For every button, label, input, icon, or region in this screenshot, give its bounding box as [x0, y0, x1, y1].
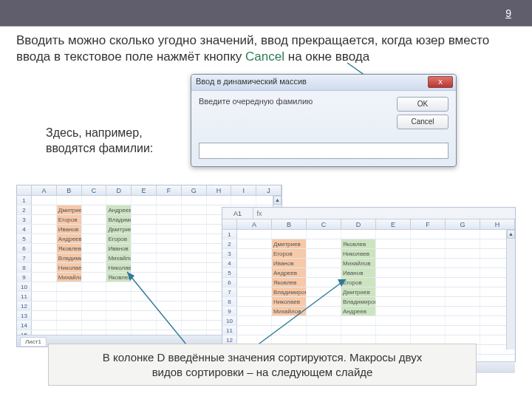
formula-bar: A1 fx	[222, 208, 515, 219]
main-text-part2: на окне ввода	[284, 50, 369, 64]
col-header[interactable]: B	[272, 219, 307, 229]
col-header[interactable]: F	[411, 219, 446, 229]
col-header[interactable]: I	[231, 185, 256, 195]
dialog-titlebar: Ввод в динамический массив X	[191, 75, 456, 91]
formula-value[interactable]	[265, 208, 515, 219]
col-header[interactable]: H	[207, 185, 232, 195]
sub-text-line1: Здесь, например,	[46, 126, 143, 139]
spreadsheet-right: A1 fx A B C D E F G H 12ДмитриевЯковлев3…	[222, 207, 516, 362]
cancel-button[interactable]: Cancel	[397, 115, 449, 129]
dialog-prompt: Введите очередную фамилию	[199, 97, 391, 129]
scroll-up-icon[interactable]: ▲	[507, 230, 515, 239]
col-header[interactable]: G	[182, 185, 207, 195]
sheet-body[interactable]: 12ДмитриевЯковлев3ЕгоровНиколаев4ИвановМ…	[222, 230, 515, 361]
col-header[interactable]: J	[256, 185, 282, 195]
page-number: 9	[505, 7, 511, 19]
sub-text: Здесь, например, вводятся фамилии:	[46, 126, 153, 157]
dialog-input[interactable]	[199, 143, 449, 159]
dialog-title-text: Ввод в динамический массив	[196, 77, 307, 86]
dialog-close-button[interactable]: X	[428, 76, 453, 88]
dialog-body: Введите очередную фамилию OK Cancel	[191, 91, 456, 166]
input-dialog: Ввод в динамический массив X Введите оче…	[191, 74, 457, 167]
bottom-caption: В колонке D введённые значения сортируют…	[48, 344, 477, 386]
col-header[interactable]: E	[376, 219, 411, 229]
fx-icon[interactable]: fx	[253, 208, 265, 219]
scroll-up-icon[interactable]: ▲	[273, 196, 282, 205]
bottom-line2: видов сортировки – на следующем слайде	[152, 366, 373, 378]
sheet-tab[interactable]: Лист1	[20, 337, 47, 346]
col-header[interactable]: E	[132, 185, 157, 195]
col-header[interactable]: F	[157, 185, 182, 195]
column-headers: A B C D E F G H I J	[17, 185, 282, 196]
name-box[interactable]: A1	[222, 208, 253, 219]
col-header[interactable]: H	[480, 219, 515, 229]
slide-header: 9	[0, 0, 532, 27]
select-all-corner[interactable]	[222, 219, 237, 229]
main-text: Вводить можно сколько угодно значений, в…	[0, 27, 532, 68]
sub-text-line2: вводятся фамилии:	[46, 142, 153, 154]
ok-button[interactable]: OK	[397, 97, 449, 112]
select-all-corner[interactable]	[17, 185, 32, 195]
col-header[interactable]: D	[106, 185, 132, 195]
col-header[interactable]: A	[32, 185, 57, 195]
col-header[interactable]: C	[307, 219, 341, 229]
col-header[interactable]: D	[341, 219, 376, 229]
column-headers: A B C D E F G H	[222, 219, 515, 230]
col-header[interactable]: B	[57, 185, 82, 195]
bottom-line1: В колонке D введённые значения сортируют…	[103, 351, 422, 364]
scrollbar-vertical[interactable]: ▲	[506, 230, 515, 349]
col-header[interactable]: A	[237, 219, 272, 229]
col-header[interactable]: C	[82, 185, 107, 195]
cancel-word: Cancel	[245, 50, 284, 64]
col-header[interactable]: G	[446, 219, 480, 229]
